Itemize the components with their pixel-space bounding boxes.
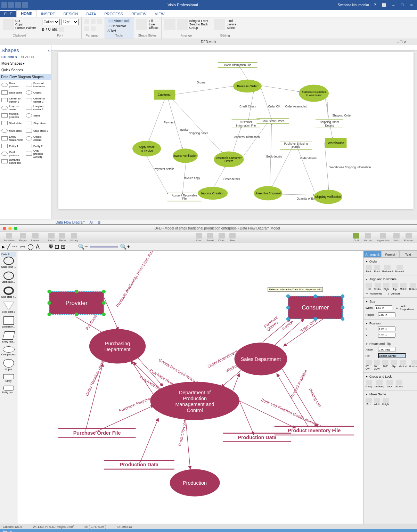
sec-group[interactable]: Group and Lock — [366, 374, 415, 379]
tab-data[interactable]: DATA — [82, 11, 100, 17]
shape-item[interactable]: Loop on center 2 — [26, 104, 49, 111]
shape-item[interactable]: Stop state — [26, 120, 49, 127]
tool-group1[interactable]: ⟱ ⊡ ⊞ — [49, 243, 65, 250]
x-input[interactable] — [378, 327, 395, 331]
status-zoom[interactable]: Custom 121% — [3, 525, 23, 529]
shape-oval-process[interactable]: Oval process — [1, 353, 16, 356]
redo-button[interactable]: Redo — [58, 233, 67, 242]
y-input[interactable] — [378, 333, 395, 338]
font-color-button[interactable] — [59, 27, 64, 32]
shape-item[interactable]: Data store — [1, 89, 25, 96]
tab-view[interactable]: VIEW — [150, 11, 169, 17]
undo-icon[interactable] — [15, 2, 21, 8]
height-input[interactable] — [378, 312, 395, 317]
find-button[interactable]: Find — [227, 19, 236, 23]
tool-pointer[interactable]: ▸ — [2, 243, 5, 250]
shape-entity-rel[interactable]: Entity rela... — [1, 340, 16, 343]
shape-item[interactable]: Entity 1 — [1, 143, 25, 150]
fill-button[interactable]: Fill — [149, 19, 158, 23]
solutions-button[interactable]: Solutions — [2, 233, 16, 242]
collapse-icon[interactable]: ‹ — [48, 47, 50, 53]
shape-object[interactable]: Object — [1, 368, 16, 371]
prop-front[interactable]: Front — [374, 265, 380, 273]
save-icon[interactable] — [8, 2, 14, 8]
minimize-icon[interactable]: – — [390, 3, 396, 7]
prop-90° ccw[interactable]: 90° CCW — [374, 360, 380, 370]
indent-button[interactable] — [91, 26, 96, 31]
width-input[interactable] — [375, 305, 392, 310]
sec-order[interactable]: Order — [366, 259, 415, 264]
shape-item[interactable]: Center to center 2 — [26, 97, 49, 104]
shape-item[interactable]: Oval process (offset) — [26, 150, 49, 157]
tool-curve[interactable]: 〰 — [13, 244, 18, 250]
category-dfd[interactable]: Data Flow Diagram Shapes — [0, 74, 51, 80]
send-back-button[interactable]: Send to Back — [189, 23, 208, 26]
format-painter-button[interactable]: Format Painter — [15, 26, 36, 30]
doc-controls[interactable]: – ☐ ✕ — [397, 40, 407, 44]
close-icon[interactable] — [3, 227, 6, 230]
text-tool-button[interactable]: A Text — [108, 29, 131, 32]
group-button[interactable]: Group — [189, 26, 208, 30]
shape-item[interactable]: State — [26, 112, 49, 119]
tree-button[interactable]: Tree — [228, 233, 237, 242]
tb-layers-button[interactable]: Layers — [30, 233, 41, 242]
shape-item[interactable]: Entity 2 — [26, 143, 49, 150]
tool-text[interactable]: A — [36, 244, 40, 250]
align-center-button[interactable] — [91, 19, 96, 24]
angle-input[interactable] — [378, 347, 395, 352]
tab-file[interactable]: FILE — [0, 11, 16, 17]
shape-item[interactable]: Start state — [1, 120, 25, 127]
library-button[interactable]: Library — [68, 233, 80, 242]
select-button[interactable]: Select — [227, 26, 236, 30]
shape-item[interactable]: Multi state — [1, 127, 25, 134]
page-tab-dfd[interactable]: Data Flow Diagram — [56, 220, 85, 224]
sec-align[interactable]: Align and Distribute — [366, 277, 415, 282]
zoom-icon[interactable] — [14, 227, 17, 230]
align-left-button[interactable] — [84, 19, 89, 24]
shape-item[interactable]: Dynamic connector — [1, 158, 25, 165]
prop-forward[interactable]: Forward — [395, 265, 404, 273]
tab-stencils[interactable]: STENCILS — [1, 55, 17, 59]
pointer-tool-button[interactable]: ☞ Pointer Tool — [108, 19, 131, 23]
maximize-icon[interactable]: ☐ — [399, 3, 406, 7]
present-button[interactable]: Present — [402, 233, 415, 242]
snap-button[interactable]: Snap — [194, 233, 204, 242]
underline-button[interactable]: U — [48, 27, 51, 31]
redo-icon[interactable] — [22, 2, 28, 8]
sec-rotate[interactable]: Rotate and Flip — [366, 341, 415, 346]
info-button[interactable]: Info — [392, 233, 401, 242]
shape-item[interactable]: Center to center 1 — [1, 97, 25, 104]
prop-ungroup[interactable]: UnGroup — [374, 380, 384, 388]
prop-left[interactable]: Left — [366, 283, 372, 290]
sec-size[interactable]: Size — [366, 299, 415, 304]
mac-canvas[interactable]: Purchase OrderProducts Availability, Pri… — [17, 251, 363, 524]
zoom-out-button[interactable]: 🔍− — [78, 243, 88, 250]
italic-button[interactable]: I — [46, 27, 47, 31]
zoom-in-button[interactable]: 🔍+ — [120, 243, 130, 250]
strike-button[interactable]: abc — [52, 27, 58, 31]
hypernote-button[interactable]: Hypernote — [375, 233, 391, 242]
shape-item[interactable]: Entity relationship — [1, 135, 25, 142]
shape-item[interactable]: Multiple process — [1, 112, 25, 119]
prop-back[interactable]: Back — [366, 265, 372, 273]
shape-external[interactable]: External in... — [1, 325, 16, 328]
prop-vertical[interactable]: Vertical — [399, 360, 407, 370]
tool-line[interactable]: ╱ — [7, 243, 10, 250]
tab-insert[interactable]: INSERT — [37, 11, 59, 17]
prop-bottom[interactable]: Bottom — [409, 283, 417, 290]
tab-arrange[interactable]: Arrange & Size — [363, 251, 381, 258]
prop-middle[interactable]: Middle — [400, 283, 407, 290]
cut-button[interactable]: Cut — [15, 19, 36, 23]
align-button[interactable] — [164, 19, 175, 30]
tab-review[interactable]: REVIEW — [127, 11, 150, 17]
tab-process[interactable]: PROCESS — [100, 11, 127, 17]
close-icon[interactable]: ✕ — [408, 3, 415, 7]
tool-ellipse[interactable]: ◯ — [27, 243, 34, 250]
pin-select[interactable] — [378, 353, 406, 358]
prop-center[interactable]: Center — [374, 283, 381, 290]
line-button[interactable]: Line — [149, 23, 158, 26]
zoom-slider[interactable] — [90, 246, 118, 248]
page-tab-all[interactable]: All — [90, 220, 93, 224]
help-icon[interactable]: ? — [372, 3, 378, 7]
more-shapes-link[interactable]: More Shapes ▸ — [1, 60, 50, 67]
